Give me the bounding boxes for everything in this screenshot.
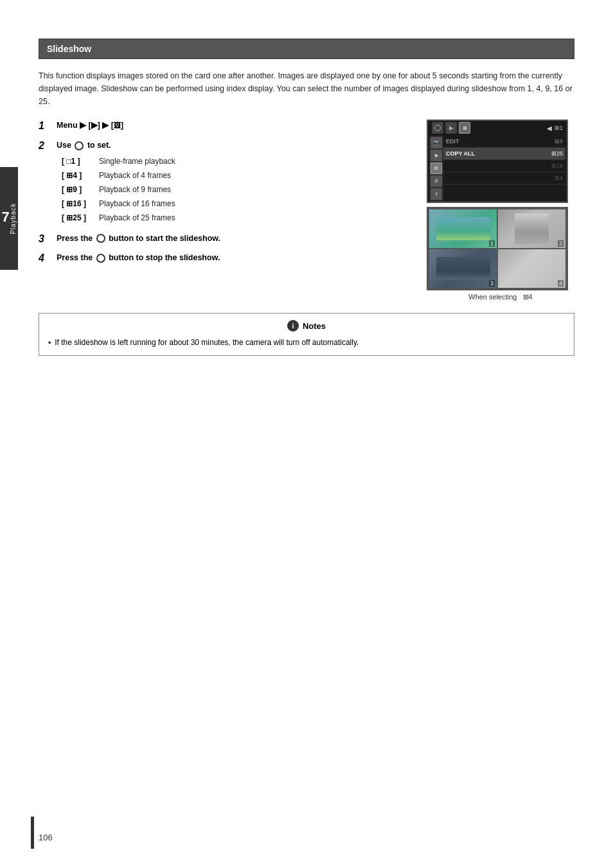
step-2-content: Use to set. [ □1 ] Single-frame playback… [57, 139, 175, 226]
menu-row-1-value: ⊞9 [555, 138, 563, 145]
sub-item-4: [ ⊞16 ] Playback of 16 frames [62, 198, 175, 209]
menu-icon-1 [432, 122, 443, 134]
sub-item-3-desc: Playback of 9 frames [99, 184, 171, 195]
notes-content: • If the slideshow is left running for a… [48, 337, 565, 349]
step-3-number: 3 [39, 233, 54, 246]
photo-grid: 1 2 3 4 [428, 208, 567, 289]
menu-row-2-label: COPY ALL [446, 150, 475, 157]
notes-title: Notes [303, 321, 326, 331]
menu-icon-3: ⊞ [459, 122, 470, 134]
menu-row-4: ⊞4 [443, 172, 565, 184]
chapter-number: 7 [1, 210, 9, 224]
page-container: 7 Playback Slideshow This function displ… [0, 0, 613, 868]
sidebar-icon-settings: ⚙ [431, 175, 442, 187]
menu-ok: OK [550, 201, 557, 203]
menu-row-1: EDIT ⊞9 [443, 136, 565, 148]
notes-box: i Notes • If the slideshow is left runni… [39, 313, 574, 356]
photo-number-2: 2 [558, 240, 564, 247]
intro-text: This function displays images stored on … [39, 69, 574, 108]
step-4-content: Press the button to stop the slideshow. [57, 252, 220, 264]
sidebar-icon-camera: 📷 [431, 137, 442, 148]
step-1-number: 1 [39, 120, 54, 133]
sub-item-1-bracket: [ □1 ] [62, 155, 94, 167]
step-4: 4 Press the button to stop the slideshow… [39, 252, 414, 265]
camera-menu-screen: ▶ ⊞ ◀⊞1 [427, 120, 568, 203]
menu-row-3-value: ⊞16 [551, 163, 563, 169]
note-text-1: If the slideshow is left running for abo… [55, 337, 359, 348]
menu-cancel: CANCEL◀ [438, 201, 461, 203]
sub-item-4-bracket: [ ⊞16 ] [62, 198, 94, 209]
sub-item-1-desc: Single-frame playback [99, 155, 175, 167]
photo-cell-1: 1 [429, 209, 497, 248]
page-bar [31, 817, 34, 849]
menu-row-1-label: EDIT [446, 138, 459, 145]
page-number: 106 [39, 833, 53, 842]
step-3-content: Press the button to start the slideshow. [57, 233, 220, 245]
photo-number-1: 1 [489, 240, 495, 247]
menu-sidebar: 📷 ▶ ⊞ ⚙ ℹ [429, 136, 443, 201]
photo-number-3: 3 [489, 280, 495, 287]
menu-items: EDIT ⊞9 COPY ALL ⊞25 ⊞16 [443, 136, 565, 201]
sub-item-5-bracket: [ ⊞25 ] [62, 212, 94, 224]
sub-item-2: [ ⊞4 ] Playback of 4 frames [62, 170, 175, 181]
step-4-number: 4 [39, 252, 54, 265]
menu-bottom-bar: CANCEL◀ SELECT◀▶ GO▶ OK [429, 201, 565, 203]
sub-item-3: [ ⊞9 ] Playback of 9 frames [62, 184, 175, 195]
section-header: Slideshow [39, 39, 574, 59]
sub-item-3-bracket: [ ⊞9 ] [62, 184, 94, 195]
content-area: Slideshow This function displays images … [39, 26, 574, 356]
sub-item-2-desc: Playback of 4 frames [99, 170, 171, 181]
menu-row-4-value: ⊞4 [555, 175, 563, 181]
menu-top-right: ◀⊞1 [547, 125, 563, 132]
step-1: 1 Menu ▶ [▶] ▶ [🖼] [39, 120, 414, 133]
sidebar-icon-play: ▶ [431, 150, 442, 161]
menu-row-3: ⊞16 [443, 160, 565, 172]
sub-item-2-bracket: [ ⊞4 ] [62, 170, 94, 181]
sidebar-icon-info: ℹ [431, 188, 442, 200]
step-3: 3 Press the button to start the slidesho… [39, 233, 414, 246]
menu-go: GO▶ [522, 201, 533, 203]
menu-select: SELECT◀▶ [478, 201, 504, 203]
note-bullet-1: • If the slideshow is left running for a… [48, 337, 565, 349]
photo-number-4: 4 [558, 280, 564, 287]
chapter-label: Playback [10, 203, 17, 235]
photo-cell-4: 4 [498, 249, 565, 288]
step-2-number: 2 [39, 139, 54, 153]
step-1-content: Menu ▶ [▶] ▶ [🖼] [57, 120, 123, 132]
note-bullet-dot-1: • [48, 337, 51, 349]
ok-button-icon-3 [96, 234, 105, 243]
steps-image-row: 1 Menu ▶ [▶] ▶ [🖼] 2 Use to set. [ □1 ] [39, 120, 574, 301]
image-column: ▶ ⊞ ◀⊞1 [427, 120, 574, 301]
sub-item-1: [ □1 ] Single-frame playback [62, 155, 175, 167]
sidebar-icon-active: ⊞ [431, 163, 442, 174]
notes-header: i Notes [48, 320, 565, 332]
section-title: Slideshow [47, 44, 91, 54]
step-2: 2 Use to set. [ □1 ] Single-frame playba… [39, 139, 414, 226]
chapter-tab: 7 Playback [0, 167, 18, 270]
sub-item-5: [ ⊞25 ] Playback of 25 frames [62, 212, 175, 224]
menu-row-2-value: ⊞25 [551, 150, 563, 157]
photo-cell-3: 3 [429, 249, 497, 288]
sub-item-4-desc: Playback of 16 frames [99, 198, 175, 209]
steps-column: 1 Menu ▶ [▶] ▶ [🖼] 2 Use to set. [ □1 ] [39, 120, 414, 301]
notes-icon: i [287, 320, 299, 332]
sub-items: [ □1 ] Single-frame playback [ ⊞4 ] Play… [62, 155, 175, 224]
notes-icon-label: i [292, 322, 294, 330]
menu-icon-2: ▶ [445, 122, 457, 134]
menu-row-2-highlighted: COPY ALL ⊞25 [443, 148, 565, 160]
ok-button-icon-4 [96, 254, 105, 263]
camera-photo-screen: 1 2 3 4 [427, 207, 568, 290]
screen-caption: When selecting ⊞4 [427, 293, 574, 301]
sub-item-5-desc: Playback of 25 frames [99, 212, 175, 224]
photo-cell-2: 2 [498, 209, 565, 248]
dial-icon [75, 141, 84, 150]
